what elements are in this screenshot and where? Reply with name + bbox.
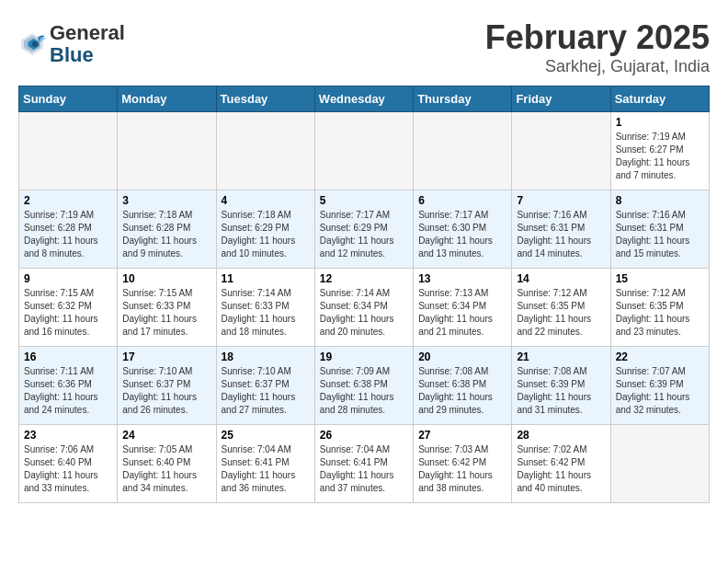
logo: General Blue [18,22,125,66]
calendar-cell: 13Sunrise: 7:13 AMSunset: 6:34 PMDayligh… [414,269,512,347]
day-number: 8 [616,194,704,207]
day-info: Sunrise: 7:10 AMSunset: 6:37 PMDaylight:… [122,365,210,417]
day-number: 14 [517,272,605,285]
day-number: 27 [418,429,506,442]
day-number: 17 [122,350,210,363]
day-number: 6 [418,194,506,207]
weekday-header: Friday [512,86,610,112]
day-number: 5 [320,194,408,207]
calendar-cell [512,112,610,190]
day-info: Sunrise: 7:08 AMSunset: 6:39 PMDaylight:… [517,365,605,417]
day-info: Sunrise: 7:14 AMSunset: 6:33 PMDaylight:… [222,287,310,339]
day-info: Sunrise: 7:19 AMSunset: 6:28 PMDaylight:… [24,209,112,260]
page-subtitle: Sarkhej, Gujarat, India [485,57,710,76]
day-number: 2 [24,194,112,207]
calendar-cell: 15Sunrise: 7:12 AMSunset: 6:35 PMDayligh… [610,269,709,347]
calendar-cell: 10Sunrise: 7:15 AMSunset: 6:33 PMDayligh… [118,269,216,347]
calendar-cell: 1Sunrise: 7:19 AMSunset: 6:27 PMDaylight… [610,112,709,190]
calendar-cell: 25Sunrise: 7:04 AMSunset: 6:41 PMDayligh… [216,425,314,503]
logo-text: General Blue [50,22,125,66]
day-info: Sunrise: 7:06 AMSunset: 6:40 PMDaylight:… [24,443,112,495]
calendar-cell [610,425,709,503]
day-info: Sunrise: 7:15 AMSunset: 6:33 PMDaylight:… [122,287,210,339]
calendar-cell: 26Sunrise: 7:04 AMSunset: 6:41 PMDayligh… [314,425,413,503]
calendar-cell: 11Sunrise: 7:14 AMSunset: 6:33 PMDayligh… [216,269,314,347]
calendar-cell: 17Sunrise: 7:10 AMSunset: 6:37 PMDayligh… [118,347,216,425]
day-info: Sunrise: 7:07 AMSunset: 6:39 PMDaylight:… [616,365,704,417]
calendar-cell [216,112,314,190]
day-info: Sunrise: 7:19 AMSunset: 6:27 PMDaylight:… [616,131,704,182]
calendar-cell: 18Sunrise: 7:10 AMSunset: 6:37 PMDayligh… [216,347,314,425]
day-number: 24 [122,429,210,442]
day-info: Sunrise: 7:02 AMSunset: 6:42 PMDaylight:… [517,443,605,495]
day-number: 20 [418,350,506,363]
calendar-cell: 2Sunrise: 7:19 AMSunset: 6:28 PMDaylight… [19,190,118,269]
day-info: Sunrise: 7:18 AMSunset: 6:29 PMDaylight:… [222,209,310,260]
logo-icon [18,30,46,58]
calendar-cell: 20Sunrise: 7:08 AMSunset: 6:38 PMDayligh… [414,347,512,425]
calendar-cell [19,112,118,190]
day-number: 3 [122,194,210,207]
weekday-header: Monday [118,86,216,112]
day-info: Sunrise: 7:04 AMSunset: 6:41 PMDaylight:… [320,443,408,495]
calendar-cell: 16Sunrise: 7:11 AMSunset: 6:36 PMDayligh… [19,347,118,425]
day-number: 22 [616,350,704,363]
day-number: 7 [517,194,605,207]
weekday-header: Sunday [19,86,118,112]
day-number: 13 [418,272,506,285]
day-info: Sunrise: 7:17 AMSunset: 6:29 PMDaylight:… [320,209,408,260]
calendar-week-row: 2Sunrise: 7:19 AMSunset: 6:28 PMDaylight… [19,190,710,269]
day-number: 23 [24,429,112,442]
calendar-cell [118,112,216,190]
day-info: Sunrise: 7:12 AMSunset: 6:35 PMDaylight:… [616,287,704,339]
calendar-cell: 8Sunrise: 7:16 AMSunset: 6:31 PMDaylight… [610,190,709,269]
day-info: Sunrise: 7:10 AMSunset: 6:37 PMDaylight:… [222,365,310,417]
calendar-cell: 9Sunrise: 7:15 AMSunset: 6:32 PMDaylight… [19,269,118,347]
calendar-cell: 24Sunrise: 7:05 AMSunset: 6:40 PMDayligh… [118,425,216,503]
day-info: Sunrise: 7:08 AMSunset: 6:38 PMDaylight:… [418,365,506,417]
day-number: 26 [320,429,408,442]
weekday-header-row: SundayMondayTuesdayWednesdayThursdayFrid… [19,86,710,112]
calendar-cell: 5Sunrise: 7:17 AMSunset: 6:29 PMDaylight… [314,190,413,269]
weekday-header: Wednesday [314,86,413,112]
day-info: Sunrise: 7:09 AMSunset: 6:38 PMDaylight:… [320,365,408,417]
day-number: 1 [616,116,704,129]
calendar-cell [414,112,512,190]
day-info: Sunrise: 7:05 AMSunset: 6:40 PMDaylight:… [122,443,210,495]
calendar-cell: 4Sunrise: 7:18 AMSunset: 6:29 PMDaylight… [216,190,314,269]
calendar-cell: 14Sunrise: 7:12 AMSunset: 6:35 PMDayligh… [512,269,610,347]
calendar-cell: 12Sunrise: 7:14 AMSunset: 6:34 PMDayligh… [314,269,413,347]
calendar-cell: 19Sunrise: 7:09 AMSunset: 6:38 PMDayligh… [314,347,413,425]
page-title: February 2025 [485,18,710,57]
calendar-cell: 21Sunrise: 7:08 AMSunset: 6:39 PMDayligh… [512,347,610,425]
day-info: Sunrise: 7:03 AMSunset: 6:42 PMDaylight:… [418,443,506,495]
calendar-week-row: 9Sunrise: 7:15 AMSunset: 6:32 PMDaylight… [19,269,710,347]
day-number: 4 [222,194,310,207]
calendar-table: SundayMondayTuesdayWednesdayThursdayFrid… [18,86,710,503]
day-number: 11 [222,272,310,285]
calendar-cell: 7Sunrise: 7:16 AMSunset: 6:31 PMDaylight… [512,190,610,269]
day-number: 15 [616,272,704,285]
day-number: 25 [222,429,310,442]
day-info: Sunrise: 7:14 AMSunset: 6:34 PMDaylight:… [320,287,408,339]
page-header: General Blue February 2025 Sarkhej, Guja… [18,18,710,76]
day-info: Sunrise: 7:12 AMSunset: 6:35 PMDaylight:… [517,287,605,339]
day-info: Sunrise: 7:17 AMSunset: 6:30 PMDaylight:… [418,209,506,260]
day-info: Sunrise: 7:18 AMSunset: 6:28 PMDaylight:… [122,209,210,260]
day-number: 19 [320,350,408,363]
weekday-header: Tuesday [216,86,314,112]
weekday-header: Saturday [610,86,709,112]
day-number: 16 [24,350,112,363]
day-info: Sunrise: 7:11 AMSunset: 6:36 PMDaylight:… [24,365,112,417]
day-number: 28 [517,429,605,442]
day-number: 21 [517,350,605,363]
day-info: Sunrise: 7:16 AMSunset: 6:31 PMDaylight:… [517,209,605,260]
calendar-cell: 6Sunrise: 7:17 AMSunset: 6:30 PMDaylight… [414,190,512,269]
title-block: February 2025 Sarkhej, Gujarat, India [485,18,710,76]
day-info: Sunrise: 7:04 AMSunset: 6:41 PMDaylight:… [222,443,310,495]
calendar-cell: 22Sunrise: 7:07 AMSunset: 6:39 PMDayligh… [610,347,709,425]
day-info: Sunrise: 7:16 AMSunset: 6:31 PMDaylight:… [616,209,704,260]
calendar-cell: 27Sunrise: 7:03 AMSunset: 6:42 PMDayligh… [414,425,512,503]
calendar-cell: 3Sunrise: 7:18 AMSunset: 6:28 PMDaylight… [118,190,216,269]
day-info: Sunrise: 7:15 AMSunset: 6:32 PMDaylight:… [24,287,112,339]
